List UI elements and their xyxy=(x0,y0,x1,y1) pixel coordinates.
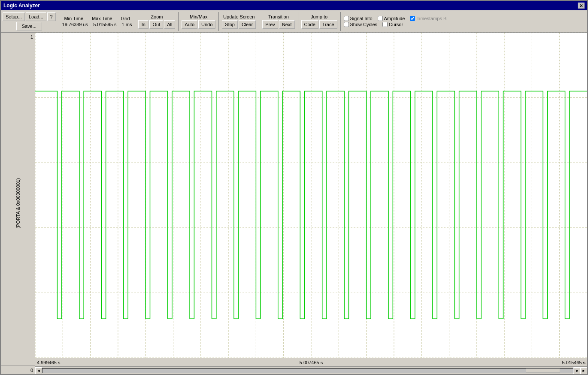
amplitude-label: Amplitude xyxy=(384,16,405,21)
time-label-left: 4.999465 s xyxy=(37,360,60,365)
load-button[interactable]: Load... xyxy=(26,12,46,21)
show-cycles-checkbox[interactable] xyxy=(344,22,349,27)
timestamps-checkbox[interactable] xyxy=(410,16,415,21)
title-bar: Logic Analyzer ✕ xyxy=(1,1,587,10)
transition-prev-button[interactable]: Prev xyxy=(262,20,278,29)
zoom-group: Zoom In Out All xyxy=(138,14,175,29)
file-group: Setup... Load... ? Save... xyxy=(3,12,56,30)
minmax-auto-button[interactable]: Auto xyxy=(182,20,197,29)
close-button[interactable]: ✕ xyxy=(578,3,585,9)
jump-label: Jump to xyxy=(311,14,327,19)
minmax-undo-button[interactable]: Undo xyxy=(198,20,215,29)
time-axis: 4.999465 s 5.007465 s 5.015465 s xyxy=(35,358,587,366)
minmax-label: Min/Max xyxy=(190,14,208,19)
timestamps-checkbox-row[interactable]: Timestamps B xyxy=(410,16,446,21)
signal-info-checkbox-row[interactable]: Signal Info xyxy=(344,16,373,21)
cursor-checkbox-row[interactable]: Cursor xyxy=(382,22,403,27)
timestamps-label: Timestamps B xyxy=(416,16,446,21)
max-time-label: Max Time xyxy=(92,16,112,21)
show-cycles-checkbox-row[interactable]: Show Cycles xyxy=(344,22,378,27)
update-group: Update Screen Stop Clear xyxy=(222,14,256,29)
scrollbar-track[interactable] xyxy=(42,368,573,373)
signal-info-label: Signal Info xyxy=(350,16,373,21)
sep4 xyxy=(218,12,219,31)
signal-info-checkbox[interactable] xyxy=(344,16,349,21)
sep5 xyxy=(259,12,259,31)
grid-value: 1 ms xyxy=(122,22,132,27)
time-label-right: 5.015465 s xyxy=(562,360,585,365)
signal-name: (PORTA & 0x00000001) xyxy=(15,178,21,229)
max-time-value: 5.015595 s xyxy=(93,22,116,27)
cursor-checkbox[interactable] xyxy=(382,22,388,27)
cursor-label: Cursor xyxy=(389,22,403,27)
sep3 xyxy=(178,12,179,31)
waveform-svg xyxy=(35,33,587,358)
update-screen-label: Update Screen xyxy=(223,14,255,19)
stop-button[interactable]: Stop xyxy=(222,20,238,29)
min-time-value: 19.76389 us xyxy=(62,22,88,27)
setup-button[interactable]: Setup... xyxy=(3,12,25,21)
amplitude-checkbox-row[interactable]: Amplitude xyxy=(378,16,405,21)
signal-bottom-value: 0 xyxy=(1,366,35,374)
zoom-out-button[interactable]: Out xyxy=(149,20,163,29)
sep2 xyxy=(135,12,135,31)
toolbar: Setup... Load... ? Save... Min Time Max … xyxy=(1,10,587,33)
sep6 xyxy=(298,12,298,31)
transition-group: Transition Prev Next xyxy=(262,14,294,29)
zoom-in-button[interactable]: In xyxy=(138,20,149,29)
window-title: Logic Analyzer xyxy=(3,3,40,9)
sep1 xyxy=(59,12,59,31)
scroll-left-button[interactable]: ◄ xyxy=(35,367,42,374)
sep7 xyxy=(340,12,341,31)
logic-analyzer-window: Logic Analyzer ✕ Setup... Load... ? Save… xyxy=(0,0,588,375)
signal-label-area: 1 (PORTA & 0x00000001) 0 xyxy=(1,33,35,374)
transition-label: Transition xyxy=(268,14,289,19)
min-time-label: Min Time xyxy=(64,16,83,21)
scroll-right-end-button[interactable]: |► xyxy=(573,367,580,374)
jump-trace-button[interactable]: Trace xyxy=(319,20,337,29)
save-button[interactable]: Save... xyxy=(16,22,42,30)
main-area: 1 (PORTA & 0x00000001) 0 4.999465 s 5.00… xyxy=(1,33,587,374)
waveform-canvas[interactable] xyxy=(35,33,587,358)
scroll-right-button[interactable]: ► xyxy=(580,367,587,374)
minmax-group: Min/Max Auto Undo xyxy=(182,14,215,29)
time-info-group: Min Time Max Time Grid 19.76389 us 5.015… xyxy=(62,16,132,27)
zoom-all-button[interactable]: All xyxy=(164,20,175,29)
jump-group: Jump to Code Trace xyxy=(301,14,337,29)
jump-code-button[interactable]: Code xyxy=(301,20,318,29)
scrollbar-area: ◄ |► ► xyxy=(35,366,587,374)
clear-button[interactable]: Clear xyxy=(239,20,256,29)
zoom-label: Zoom xyxy=(151,14,163,19)
transition-next-button[interactable]: Next xyxy=(279,20,295,29)
show-cycles-label: Show Cycles xyxy=(350,22,378,27)
signal-name-area: (PORTA & 0x00000001) xyxy=(1,41,35,366)
amplitude-checkbox[interactable] xyxy=(378,16,383,21)
checkbox-group: Signal Info Amplitude Timestamps B Show … xyxy=(344,16,447,27)
waveform-container: 4.999465 s 5.007465 s 5.015465 s ◄ |► ► xyxy=(35,33,587,374)
scrollbar-thumb[interactable] xyxy=(526,369,560,373)
time-label-center: 5.007465 s xyxy=(300,360,323,365)
grid-label: Grid xyxy=(121,16,130,21)
signal-top-value: 1 xyxy=(1,33,35,41)
help-button[interactable]: ? xyxy=(47,12,56,21)
